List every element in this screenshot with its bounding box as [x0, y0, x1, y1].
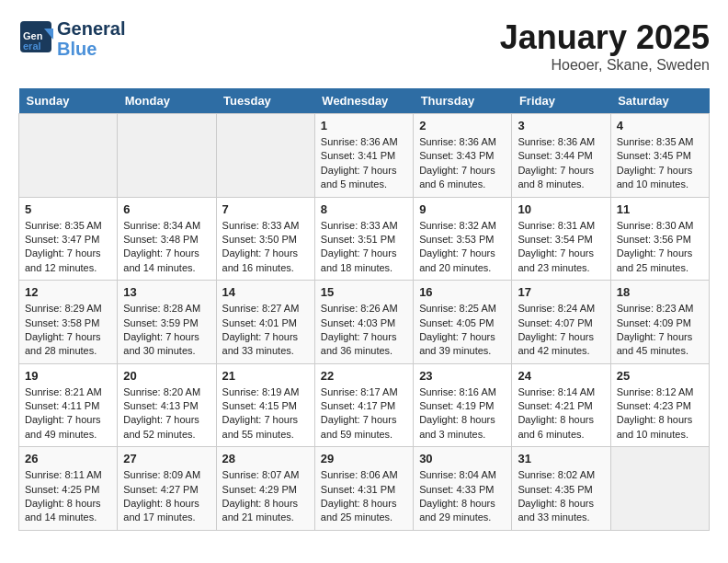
- day-cell: 11Sunrise: 8:30 AM Sunset: 3:56 PM Dayli…: [610, 197, 709, 281]
- day-info: Sunrise: 8:14 AM Sunset: 4:21 PM Dayligh…: [518, 385, 604, 442]
- weekday-header-row: SundayMondayTuesdayWednesdayThursdayFrid…: [19, 88, 710, 114]
- day-cell: [216, 114, 314, 198]
- day-info: Sunrise: 8:06 AM Sunset: 4:31 PM Dayligh…: [321, 468, 407, 525]
- day-cell: 25Sunrise: 8:12 AM Sunset: 4:23 PM Dayli…: [610, 363, 709, 447]
- weekday-sunday: Sunday: [19, 88, 118, 114]
- day-cell: [118, 114, 216, 198]
- day-cell: 28Sunrise: 8:07 AM Sunset: 4:29 PM Dayli…: [216, 447, 314, 531]
- day-cell: 10Sunrise: 8:31 AM Sunset: 3:54 PM Dayli…: [512, 197, 610, 281]
- day-cell: 29Sunrise: 8:06 AM Sunset: 4:31 PM Dayli…: [314, 447, 413, 531]
- weekday-tuesday: Tuesday: [216, 88, 314, 114]
- week-row-3: 12Sunrise: 8:29 AM Sunset: 3:58 PM Dayli…: [19, 281, 710, 364]
- day-number: 2: [419, 119, 506, 132]
- day-number: 8: [321, 202, 407, 216]
- day-info: Sunrise: 8:25 AM Sunset: 4:05 PM Dayligh…: [419, 302, 506, 359]
- day-cell: 31Sunrise: 8:02 AM Sunset: 4:35 PM Dayli…: [512, 447, 610, 531]
- day-info: Sunrise: 8:35 AM Sunset: 3:47 PM Dayligh…: [25, 219, 111, 276]
- weekday-monday: Monday: [118, 88, 216, 114]
- day-info: Sunrise: 8:11 AM Sunset: 4:25 PM Dayligh…: [25, 468, 111, 525]
- week-row-4: 19Sunrise: 8:21 AM Sunset: 4:11 PM Dayli…: [19, 363, 710, 447]
- day-cell: 8Sunrise: 8:33 AM Sunset: 3:51 PM Daylig…: [314, 197, 413, 281]
- day-number: 5: [25, 202, 111, 216]
- weekday-saturday: Saturday: [610, 88, 709, 114]
- day-info: Sunrise: 8:17 AM Sunset: 4:17 PM Dayligh…: [321, 385, 407, 442]
- day-number: 21: [222, 369, 309, 383]
- day-number: 3: [518, 119, 604, 132]
- day-info: Sunrise: 8:29 AM Sunset: 3:58 PM Dayligh…: [25, 302, 111, 359]
- day-cell: 9Sunrise: 8:32 AM Sunset: 3:53 PM Daylig…: [414, 197, 512, 281]
- day-cell: 3Sunrise: 8:36 AM Sunset: 3:44 PM Daylig…: [512, 114, 610, 198]
- day-number: 12: [25, 285, 111, 299]
- day-number: 18: [617, 285, 703, 299]
- page-header: Gen eral General Blue January 2025 Hoeoe…: [18, 18, 710, 74]
- day-cell: 30Sunrise: 8:04 AM Sunset: 4:33 PM Dayli…: [414, 447, 512, 531]
- day-info: Sunrise: 8:07 AM Sunset: 4:29 PM Dayligh…: [222, 468, 309, 525]
- day-info: Sunrise: 8:33 AM Sunset: 3:51 PM Dayligh…: [321, 219, 407, 276]
- day-info: Sunrise: 8:36 AM Sunset: 3:41 PM Dayligh…: [321, 135, 407, 192]
- calendar-body: 1Sunrise: 8:36 AM Sunset: 3:41 PM Daylig…: [19, 114, 710, 531]
- day-cell: 22Sunrise: 8:17 AM Sunset: 4:17 PM Dayli…: [314, 363, 413, 447]
- day-number: 9: [419, 202, 506, 216]
- day-cell: 4Sunrise: 8:35 AM Sunset: 3:45 PM Daylig…: [610, 114, 709, 198]
- day-info: Sunrise: 8:12 AM Sunset: 4:23 PM Dayligh…: [617, 385, 703, 442]
- day-number: 14: [222, 285, 309, 299]
- day-number: 28: [222, 452, 309, 465]
- day-cell: 13Sunrise: 8:28 AM Sunset: 3:59 PM Dayli…: [118, 281, 216, 364]
- day-number: 31: [518, 452, 604, 465]
- title-block: January 2025 Hoeoer, Skane, Sweden: [500, 18, 710, 74]
- logo: Gen eral General Blue: [18, 18, 125, 59]
- day-number: 4: [617, 119, 703, 132]
- svg-text:eral: eral: [23, 40, 41, 52]
- day-info: Sunrise: 8:09 AM Sunset: 4:27 PM Dayligh…: [123, 468, 210, 525]
- day-info: Sunrise: 8:36 AM Sunset: 3:43 PM Dayligh…: [419, 135, 506, 192]
- day-info: Sunrise: 8:33 AM Sunset: 3:50 PM Dayligh…: [222, 219, 309, 276]
- logo-general: General: [57, 18, 125, 39]
- day-number: 10: [518, 202, 604, 216]
- week-row-5: 26Sunrise: 8:11 AM Sunset: 4:25 PM Dayli…: [19, 447, 710, 531]
- day-cell: 6Sunrise: 8:34 AM Sunset: 3:48 PM Daylig…: [118, 197, 216, 281]
- day-info: Sunrise: 8:23 AM Sunset: 4:09 PM Dayligh…: [617, 302, 703, 359]
- day-info: Sunrise: 8:34 AM Sunset: 3:48 PM Dayligh…: [123, 219, 210, 276]
- day-number: 20: [123, 369, 210, 383]
- day-cell: 23Sunrise: 8:16 AM Sunset: 4:19 PM Dayli…: [414, 363, 512, 447]
- day-number: 6: [123, 202, 210, 216]
- day-info: Sunrise: 8:36 AM Sunset: 3:44 PM Dayligh…: [518, 135, 604, 192]
- day-number: 16: [419, 285, 506, 299]
- day-cell: 5Sunrise: 8:35 AM Sunset: 3:47 PM Daylig…: [19, 197, 118, 281]
- day-number: 15: [321, 285, 407, 299]
- day-info: Sunrise: 8:31 AM Sunset: 3:54 PM Dayligh…: [518, 219, 604, 276]
- day-cell: 17Sunrise: 8:24 AM Sunset: 4:07 PM Dayli…: [512, 281, 610, 364]
- logo-blue: Blue: [57, 39, 125, 59]
- day-number: 7: [222, 202, 309, 216]
- day-cell: 2Sunrise: 8:36 AM Sunset: 3:43 PM Daylig…: [414, 114, 512, 198]
- day-cell: 15Sunrise: 8:26 AM Sunset: 4:03 PM Dayli…: [314, 281, 413, 364]
- day-number: 23: [419, 369, 506, 383]
- day-number: 24: [518, 369, 604, 383]
- day-info: Sunrise: 8:21 AM Sunset: 4:11 PM Dayligh…: [25, 385, 111, 442]
- day-cell: 26Sunrise: 8:11 AM Sunset: 4:25 PM Dayli…: [19, 447, 118, 531]
- day-cell: 24Sunrise: 8:14 AM Sunset: 4:21 PM Dayli…: [512, 363, 610, 447]
- day-info: Sunrise: 8:24 AM Sunset: 4:07 PM Dayligh…: [518, 302, 604, 359]
- day-number: 19: [25, 369, 111, 383]
- day-number: 11: [617, 202, 703, 216]
- day-info: Sunrise: 8:19 AM Sunset: 4:15 PM Dayligh…: [222, 385, 309, 442]
- day-info: Sunrise: 8:32 AM Sunset: 3:53 PM Dayligh…: [419, 219, 506, 276]
- day-info: Sunrise: 8:27 AM Sunset: 4:01 PM Dayligh…: [222, 302, 309, 359]
- day-cell: 12Sunrise: 8:29 AM Sunset: 3:58 PM Dayli…: [19, 281, 118, 364]
- day-info: Sunrise: 8:35 AM Sunset: 3:45 PM Dayligh…: [617, 135, 703, 192]
- day-number: 30: [419, 452, 506, 465]
- weekday-wednesday: Wednesday: [314, 88, 413, 114]
- location: Hoeoer, Skane, Sweden: [500, 57, 710, 74]
- day-info: Sunrise: 8:26 AM Sunset: 4:03 PM Dayligh…: [321, 302, 407, 359]
- day-number: 27: [123, 452, 210, 465]
- weekday-friday: Friday: [512, 88, 610, 114]
- day-cell: 18Sunrise: 8:23 AM Sunset: 4:09 PM Dayli…: [610, 281, 709, 364]
- day-info: Sunrise: 8:20 AM Sunset: 4:13 PM Dayligh…: [123, 385, 210, 442]
- day-cell: 1Sunrise: 8:36 AM Sunset: 3:41 PM Daylig…: [314, 114, 413, 198]
- day-cell: [610, 447, 709, 531]
- day-info: Sunrise: 8:04 AM Sunset: 4:33 PM Dayligh…: [419, 468, 506, 525]
- day-number: 22: [321, 369, 407, 383]
- day-number: 1: [321, 119, 407, 132]
- day-cell: 27Sunrise: 8:09 AM Sunset: 4:27 PM Dayli…: [118, 447, 216, 531]
- day-cell: 16Sunrise: 8:25 AM Sunset: 4:05 PM Dayli…: [414, 281, 512, 364]
